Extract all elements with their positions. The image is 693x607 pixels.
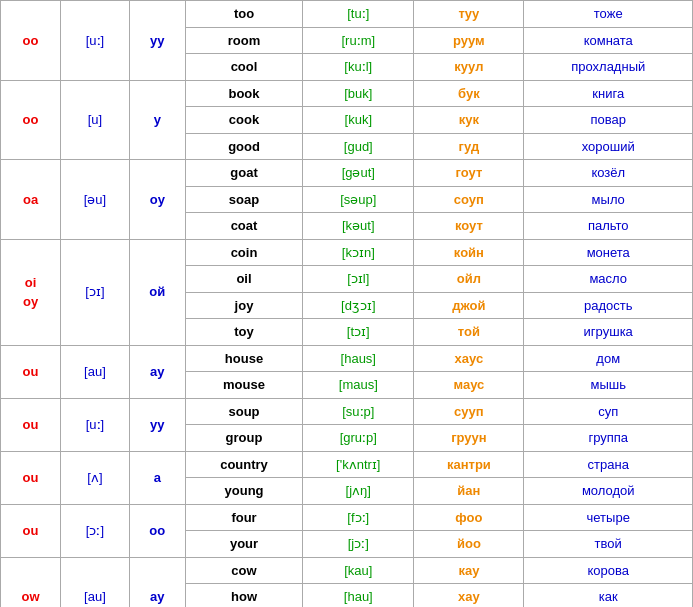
cell-transcription: [gud] (303, 133, 414, 160)
table-row: oo[u]ybook[buk]буккнига (1, 80, 693, 107)
cell-transcription: [tuː] (303, 1, 414, 28)
table-row: oo[uː]yytoo[tuː]тyyтоже (1, 1, 693, 28)
cell-english: toy (185, 319, 302, 346)
cell-english: mouse (185, 372, 302, 399)
cell-letters: oa (1, 160, 61, 240)
cell-transcription: [kəut] (303, 213, 414, 240)
cell-ipa: [u] (61, 80, 130, 160)
table-row: ou[ɔː]oofour[fɔː]фоочетыре (1, 504, 693, 531)
cell-translation: суп (524, 398, 693, 425)
cell-ipa: [ɔː] (61, 504, 130, 557)
cell-transcription: [maus] (303, 372, 414, 399)
table-row: ou[uː]yysoup[suːp]суупсуп (1, 398, 693, 425)
cell-english: too (185, 1, 302, 28)
cell-transcription: [haus] (303, 345, 414, 372)
cell-ru-word: кантри (414, 451, 524, 478)
cell-english: country (185, 451, 302, 478)
cell-translation: комната (524, 27, 693, 54)
cell-transcription: [kuːl] (303, 54, 414, 81)
cell-translation: четыре (524, 504, 693, 531)
cell-ru-word: ойл (414, 266, 524, 293)
cell-ipa: [uː] (61, 1, 130, 81)
cell-translation: корова (524, 557, 693, 584)
table-row: oa[əu]oygoat[gəut]гоуткозёл (1, 160, 693, 187)
cell-transcription: [ɔɪl] (303, 266, 414, 293)
cell-ru-word: куул (414, 54, 524, 81)
cell-letters: oo (1, 1, 61, 81)
cell-translation: игрушка (524, 319, 693, 346)
cell-ru-word: груун (414, 425, 524, 452)
cell-transcription: [suːp] (303, 398, 414, 425)
cell-ru-word: коут (414, 213, 524, 240)
cell-letters: ow (1, 557, 61, 607)
cell-ru-word: йоо (414, 531, 524, 558)
cell-ru-word: маус (414, 372, 524, 399)
cell-english: soup (185, 398, 302, 425)
cell-translation: страна (524, 451, 693, 478)
cell-transcription: [ruːm] (303, 27, 414, 54)
cell-english: soap (185, 186, 302, 213)
cell-ru-word: соуп (414, 186, 524, 213)
cell-english: how (185, 584, 302, 608)
cell-ru-word: бук (414, 80, 524, 107)
cell-ipa: [au] (61, 345, 130, 398)
cell-ru-word: кук (414, 107, 524, 134)
cell-transcription: [kau] (303, 557, 414, 584)
cell-translation: прохладный (524, 54, 693, 81)
table-row: oioy[ɔɪ]ойcoin[kɔɪn]койнмонета (1, 239, 693, 266)
cell-ru-letters: ay (129, 557, 185, 607)
cell-ru-letters: y (129, 80, 185, 160)
cell-ru-word: хаус (414, 345, 524, 372)
cell-english: goat (185, 160, 302, 187)
cell-english: cow (185, 557, 302, 584)
cell-transcription: [tɔɪ] (303, 319, 414, 346)
cell-translation: молодой (524, 478, 693, 505)
cell-ru-letters: a (129, 451, 185, 504)
cell-translation: пальто (524, 213, 693, 240)
cell-english: oil (185, 266, 302, 293)
cell-translation: группа (524, 425, 693, 452)
cell-letters: ou (1, 504, 61, 557)
cell-ipa: [au] (61, 557, 130, 607)
cell-transcription: ['kʌntrɪ] (303, 451, 414, 478)
cell-ru-word: гуд (414, 133, 524, 160)
table-row: ou[au]ayhouse[haus]хаусдом (1, 345, 693, 372)
cell-english: four (185, 504, 302, 531)
cell-ru-letters: yy (129, 1, 185, 81)
cell-translation: тоже (524, 1, 693, 28)
cell-ru-word: йан (414, 478, 524, 505)
cell-ru-word: тyy (414, 1, 524, 28)
cell-translation: как (524, 584, 693, 608)
cell-translation: мышь (524, 372, 693, 399)
cell-transcription: [dʒɔɪ] (303, 292, 414, 319)
cell-translation: хороший (524, 133, 693, 160)
cell-translation: повар (524, 107, 693, 134)
cell-ru-letters: ой (129, 239, 185, 345)
cell-transcription: [jʌŋ] (303, 478, 414, 505)
cell-ru-word: койн (414, 239, 524, 266)
cell-translation: монета (524, 239, 693, 266)
cell-ru-word: кay (414, 557, 524, 584)
cell-translation: масло (524, 266, 693, 293)
cell-translation: дом (524, 345, 693, 372)
cell-ru-letters: yy (129, 398, 185, 451)
cell-english: your (185, 531, 302, 558)
cell-letters: oioy (1, 239, 61, 345)
cell-transcription: [hau] (303, 584, 414, 608)
cell-ru-letters: ay (129, 345, 185, 398)
cell-letters: ou (1, 451, 61, 504)
cell-transcription: [səup] (303, 186, 414, 213)
cell-english: coin (185, 239, 302, 266)
cell-letters: oo (1, 80, 61, 160)
cell-ipa: [ɔɪ] (61, 239, 130, 345)
cell-translation: книга (524, 80, 693, 107)
cell-ru-word: джой (414, 292, 524, 319)
cell-letters: ou (1, 398, 61, 451)
cell-translation: радость (524, 292, 693, 319)
table-row: ow[au]aycow[kau]кayкорова (1, 557, 693, 584)
cell-ipa: [uː] (61, 398, 130, 451)
cell-english: good (185, 133, 302, 160)
cell-ipa: [əu] (61, 160, 130, 240)
cell-translation: твой (524, 531, 693, 558)
cell-english: joy (185, 292, 302, 319)
